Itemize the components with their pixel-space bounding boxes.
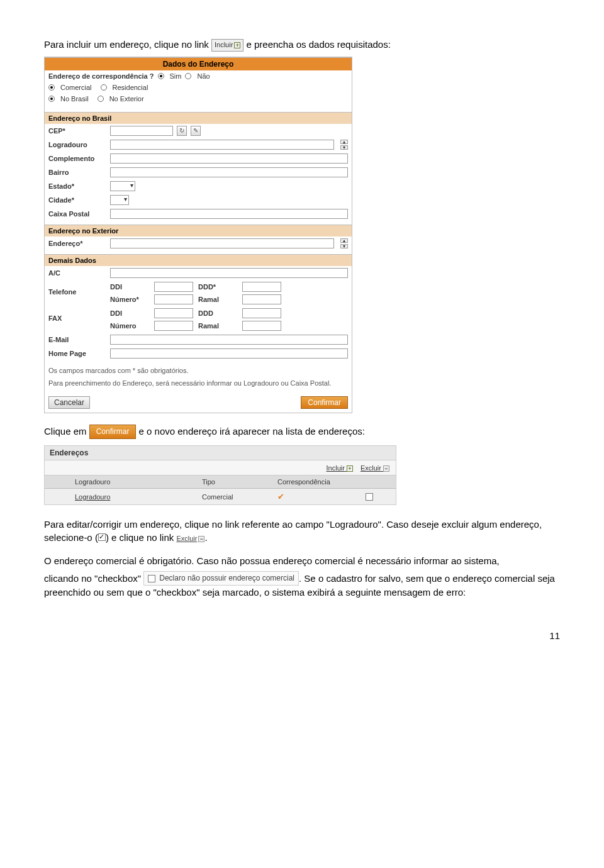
row-endereco-ext: Endereço* ▴▾	[45, 236, 352, 250]
row-checkbox[interactable]	[366, 493, 373, 501]
input-ac[interactable]	[110, 268, 348, 278]
label-complemento: Complemento	[48, 155, 106, 162]
section-exterior: Endereço no Exterior	[45, 225, 352, 236]
label-ac: A/C	[48, 269, 106, 277]
note-required: Os campos marcados com * são obrigatório…	[48, 365, 348, 376]
select-cidade[interactable]	[110, 195, 129, 205]
label-sim: Sim	[170, 72, 182, 80]
input-fax-numero[interactable]	[154, 321, 193, 331]
note-endereco: Para preenchimento do Endereço, será nec…	[48, 378, 348, 389]
intro-paragraph: Para incluir um endereço, clique no link…	[44, 38, 560, 52]
label-nobrasil: No Brasil	[60, 95, 89, 103]
select-estado[interactable]	[110, 181, 135, 191]
label-cep: CEP*	[48, 127, 106, 135]
form-button-bar: Cancelar Confirmar	[45, 394, 352, 413]
input-fax-ddi[interactable]	[154, 308, 193, 318]
section-demais: Demais Dados	[45, 254, 352, 266]
radio-nao[interactable]	[185, 73, 191, 79]
row-cep: CEP* ↻ ✎	[45, 124, 352, 138]
row-homepage: Home Page	[45, 347, 352, 360]
p2-c: .	[204, 532, 207, 543]
label-logradouro: Logradouro	[48, 141, 106, 148]
label-caixa-postal: Caixa Postal	[48, 210, 106, 218]
label-estado: Estado*	[48, 182, 106, 190]
p3-b: clicando no "checkbox"	[44, 574, 143, 584]
minus-icon: −	[383, 465, 389, 472]
checked-checkbox-icon	[98, 533, 106, 541]
label-bairro: Bairro	[48, 169, 106, 176]
label-fax: FAX	[48, 308, 106, 322]
input-fax-ramal[interactable]	[242, 321, 281, 331]
refresh-icon[interactable]: ↻	[177, 126, 187, 136]
col-logradouro: Logradouro	[75, 478, 202, 486]
intro-text-b: e preencha os dados requisitados:	[247, 39, 391, 50]
input-complemento[interactable]	[110, 153, 348, 164]
input-homepage[interactable]	[110, 348, 348, 359]
radio-comercial[interactable]	[48, 84, 55, 91]
row-telefone: Telefone DDI DDD* Número* Ramal	[45, 280, 352, 306]
incluir-label: Incluir	[215, 41, 233, 48]
col-tipo: Tipo	[202, 478, 277, 486]
row-cidade: Cidade*	[45, 193, 352, 207]
incluir-link-inline[interactable]: Incluir+	[211, 39, 243, 51]
input-caixa-postal[interactable]	[110, 209, 348, 219]
address-form: Dados do Endereço Endereço de correspond…	[44, 57, 352, 413]
col-correspondencia: Correspondência	[277, 478, 366, 486]
label-noexterior: No Exterior	[109, 95, 144, 103]
label-fax-numero: Número	[110, 322, 148, 330]
row-tipo: Comercial	[202, 493, 277, 501]
input-fax-ddd[interactable]	[242, 308, 281, 318]
label-tel-ddd: DDD*	[198, 283, 236, 291]
label-fax-ddd: DDD	[198, 309, 236, 317]
confirmar-inline[interactable]: Confirmar	[89, 425, 137, 439]
label-comercial: Comercial	[60, 84, 92, 91]
label-fax-ddi: DDI	[110, 309, 148, 317]
table-excluir-link[interactable]: Excluir −	[361, 464, 389, 472]
obrigatorio-paragraph-1: O endereço comercial é obrigatório. Caso…	[44, 554, 560, 567]
mid-paragraph: Clique em Confirmar e o novo endereço ir…	[44, 425, 560, 439]
row-complemento: Complemento	[45, 152, 352, 165]
section-brasil: Endereço no Brasil	[45, 112, 352, 124]
input-endereco-ext[interactable]	[110, 238, 334, 248]
excluir-link-inline[interactable]: Excluir−	[176, 535, 204, 542]
edit-icon[interactable]: ✎	[191, 126, 201, 136]
radio-noexterior[interactable]	[98, 96, 104, 102]
declaro-label: Declaro não possuir endereço comercial	[159, 573, 294, 584]
table-row: Logradouro Comercial ✔	[45, 489, 396, 504]
row-caixa-postal: Caixa Postal	[45, 207, 352, 221]
table-toolbar: Incluir + Excluir −	[45, 460, 396, 476]
spinner-logradouro[interactable]: ▴▾	[340, 140, 348, 150]
cancelar-button[interactable]: Cancelar	[48, 396, 90, 409]
label-telefone: Telefone	[48, 282, 106, 296]
table-incluir-link[interactable]: Incluir +	[327, 464, 353, 472]
input-email[interactable]	[110, 335, 348, 345]
declaro-checkbox[interactable]	[148, 575, 155, 582]
radio-residencial[interactable]	[101, 84, 107, 91]
declaro-checkbox-inline[interactable]: Declaro não possuir endereço comercial	[143, 571, 299, 586]
row-ac: A/C	[45, 266, 352, 280]
label-correspondencia: Endereço de correspondência ?	[48, 72, 154, 80]
input-tel-ddi[interactable]	[154, 282, 193, 292]
label-cidade: Cidade*	[48, 196, 106, 204]
obrigatorio-paragraph-2: clicando no "checkbox" Declaro não possu…	[44, 571, 560, 599]
input-tel-numero[interactable]	[154, 294, 193, 304]
label-fax-ramal: Ramal	[198, 322, 236, 330]
p2-b: ) e clique no link	[106, 532, 177, 543]
input-tel-ddd[interactable]	[242, 282, 281, 292]
label-tel-ramal: Ramal	[198, 296, 236, 303]
input-logradouro[interactable]	[110, 140, 334, 150]
input-cep[interactable]	[110, 126, 173, 136]
label-homepage: Home Page	[48, 350, 106, 357]
edit-delete-paragraph: Para editar/corrigir um endereço, clique…	[44, 518, 560, 544]
radio-nobrasil[interactable]	[48, 96, 55, 102]
confirmar-button[interactable]: Confirmar	[301, 396, 348, 409]
telefone-grid: DDI DDD* Número* Ramal	[110, 282, 280, 304]
input-tel-ramal[interactable]	[242, 294, 281, 304]
label-tel-numero: Número*	[110, 296, 148, 303]
input-bairro[interactable]	[110, 167, 348, 177]
row-logradouro-link[interactable]: Logradouro	[75, 493, 202, 501]
radio-sim[interactable]	[158, 73, 164, 79]
spinner-endereco-ext[interactable]: ▴▾	[340, 238, 348, 248]
plus-icon: +	[347, 465, 353, 472]
row-correspondencia: Endereço de correspondência ? Sim Não	[45, 70, 352, 82]
